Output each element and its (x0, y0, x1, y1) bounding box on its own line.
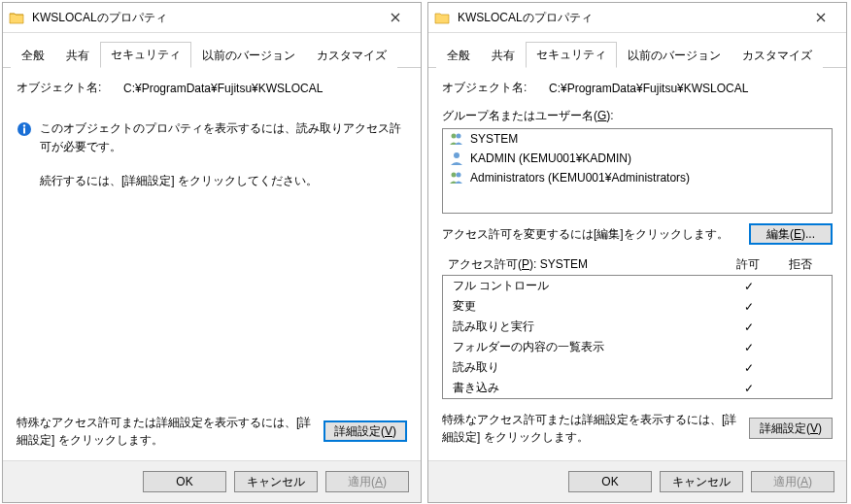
properties-dialog-left: KWSLOCALのプロパティ 全般共有セキュリティ以前のバージョンカスタマイズ … (2, 2, 422, 503)
permission-name: 読み取り (453, 359, 725, 376)
allow-check: ✓ (725, 382, 773, 395)
tabstrip: 全般共有セキュリティ以前のバージョンカスタマイズ (3, 33, 421, 68)
window-title: KWSLOCALのプロパティ (458, 10, 801, 26)
close-button[interactable] (801, 5, 840, 30)
col-allow: 許可 (722, 256, 774, 273)
info-row: このオブジェクトのプロパティを表示するには、読み取りアクセス許可が必要です。 (17, 119, 407, 156)
list-item[interactable]: SYSTEM (443, 129, 832, 149)
tab-以前のバージョン[interactable]: 以前のバージョン (191, 43, 306, 68)
titlebar: KWSLOCALのプロパティ (428, 3, 846, 33)
apply-button: 適用(A) (325, 471, 409, 492)
cancel-button[interactable]: キャンセル (660, 471, 743, 492)
object-name-label: オブジェクト名: (442, 80, 549, 96)
apply-button: 適用(A) (751, 471, 834, 492)
col-deny: 拒否 (774, 256, 827, 273)
permissions-header: アクセス許可(P): SYSTEM 許可 拒否 (442, 256, 833, 273)
cancel-button[interactable]: キャンセル (234, 471, 318, 492)
user-icon (449, 151, 464, 166)
users-icon (449, 131, 464, 147)
tab-共有[interactable]: 共有 (55, 43, 100, 68)
svg-point-6 (452, 173, 457, 178)
permission-name: 書き込み (453, 380, 725, 396)
user-name: SYSTEM (470, 132, 518, 146)
allow-check: ✓ (725, 341, 773, 354)
permission-row: 変更✓ (443, 296, 832, 317)
permission-row: フル コントロール✓ (443, 276, 832, 296)
ok-button[interactable]: OK (143, 471, 226, 492)
tab-セキュリティ[interactable]: セキュリティ (100, 42, 191, 68)
info-icon (17, 121, 32, 137)
permission-row: フォルダーの内容の一覧表示✓ (443, 337, 832, 357)
allow-check: ✓ (725, 320, 773, 334)
permissions-for-label: アクセス許可(P): SYSTEM (448, 256, 722, 273)
permission-name: 変更 (453, 298, 725, 315)
tab-以前のバージョン[interactable]: 以前のバージョン (617, 43, 732, 68)
allow-check: ✓ (725, 300, 773, 314)
svg-point-4 (457, 134, 461, 139)
tabstrip: 全般共有セキュリティ以前のバージョンカスタマイズ (428, 33, 846, 68)
object-name-value: C:¥ProgramData¥Fujitsu¥KWSLOCAL (123, 82, 323, 95)
edit-row: アクセス許可を変更するには[編集]をクリックします。 編集(E)... (442, 223, 833, 245)
list-item[interactable]: Administrators (KEMU001¥Administrators) (443, 168, 832, 187)
tab-共有[interactable]: 共有 (481, 43, 526, 68)
users-icon (449, 170, 464, 185)
edit-hint-text: アクセス許可を変更するには[編集]をクリックします。 (442, 225, 739, 243)
permission-name: フォルダーの内容の一覧表示 (453, 339, 725, 355)
svg-point-5 (454, 152, 460, 158)
svg-point-1 (23, 124, 25, 126)
object-name-row: オブジェクト名: C:¥ProgramData¥Fujitsu¥KWSLOCAL (17, 80, 407, 96)
tab-content: オブジェクト名: C:¥ProgramData¥Fujitsu¥KWSLOCAL… (3, 68, 421, 460)
user-name: Administrators (KEMU001¥Administrators) (470, 171, 690, 185)
advanced-button[interactable]: 詳細設定(V) (323, 420, 407, 442)
window-title: KWSLOCALのプロパティ (32, 10, 376, 26)
tab-全般[interactable]: 全般 (11, 43, 55, 68)
permissions-list[interactable]: フル コントロール✓変更✓読み取りと実行✓フォルダーの内容の一覧表示✓読み取り✓… (442, 275, 833, 399)
footer-note: 特殊なアクセス許可または詳細設定を表示するには、[詳細設定] をクリックします。… (442, 411, 833, 446)
footer-note: 特殊なアクセス許可または詳細設定を表示するには、[詳細設定] をクリックします。… (17, 414, 407, 449)
tab-全般[interactable]: 全般 (436, 43, 481, 68)
properties-dialog-right: KWSLOCALのプロパティ 全般共有セキュリティ以前のバージョンカスタマイズ … (427, 2, 847, 503)
permission-name: フル コントロール (453, 278, 725, 294)
group-users-label: グループ名またはユーザー名(G): (442, 108, 833, 124)
folder-icon (9, 11, 24, 24)
user-name: KADMIN (KEMU001¥KADMIN) (470, 151, 631, 165)
allow-check: ✓ (725, 361, 773, 375)
close-icon (391, 13, 400, 22)
svg-point-3 (452, 134, 457, 139)
footer-note-text: 特殊なアクセス許可または詳細設定を表示するには、[詳細設定] をクリックします。 (17, 414, 314, 449)
permission-row: 読み取りと実行✓ (443, 317, 832, 337)
close-button[interactable] (376, 5, 415, 30)
object-name-value: C:¥ProgramData¥Fujitsu¥KWSLOCAL (549, 82, 748, 95)
continue-text: 続行するには、[詳細設定] をクリックしてください。 (40, 172, 407, 190)
button-bar: OK キャンセル 適用(A) (428, 460, 846, 502)
tab-content: オブジェクト名: C:¥ProgramData¥Fujitsu¥KWSLOCAL… (428, 68, 846, 460)
users-listbox[interactable]: SYSTEMKADMIN (KEMU001¥KADMIN)Administrat… (442, 128, 833, 214)
tab-セキュリティ[interactable]: セキュリティ (526, 42, 617, 68)
info-text: このオブジェクトのプロパティを表示するには、読み取りアクセス許可が必要です。 (40, 119, 407, 156)
svg-point-7 (457, 173, 461, 178)
object-name-row: オブジェクト名: C:¥ProgramData¥Fujitsu¥KWSLOCAL (442, 80, 833, 96)
titlebar: KWSLOCALのプロパティ (3, 3, 421, 33)
folder-icon (434, 11, 450, 24)
tab-カスタマイズ[interactable]: カスタマイズ (732, 43, 823, 68)
tab-カスタマイズ[interactable]: カスタマイズ (306, 43, 397, 68)
close-icon (816, 13, 826, 22)
svg-rect-2 (23, 128, 25, 134)
permission-name: 読み取りと実行 (453, 319, 725, 335)
ok-button[interactable]: OK (568, 471, 652, 492)
edit-button[interactable]: 編集(E)... (749, 223, 833, 245)
allow-check: ✓ (725, 280, 773, 293)
footer-note-text: 特殊なアクセス許可または詳細設定を表示するには、[詳細設定] をクリックします。 (442, 411, 739, 446)
permission-row: 読み取り✓ (443, 357, 832, 378)
object-name-label: オブジェクト名: (17, 80, 123, 96)
advanced-button[interactable]: 詳細設定(V) (749, 418, 833, 439)
permission-row: 書き込み✓ (443, 378, 832, 398)
button-bar: OK キャンセル 適用(A) (3, 460, 421, 502)
list-item[interactable]: KADMIN (KEMU001¥KADMIN) (443, 149, 832, 168)
